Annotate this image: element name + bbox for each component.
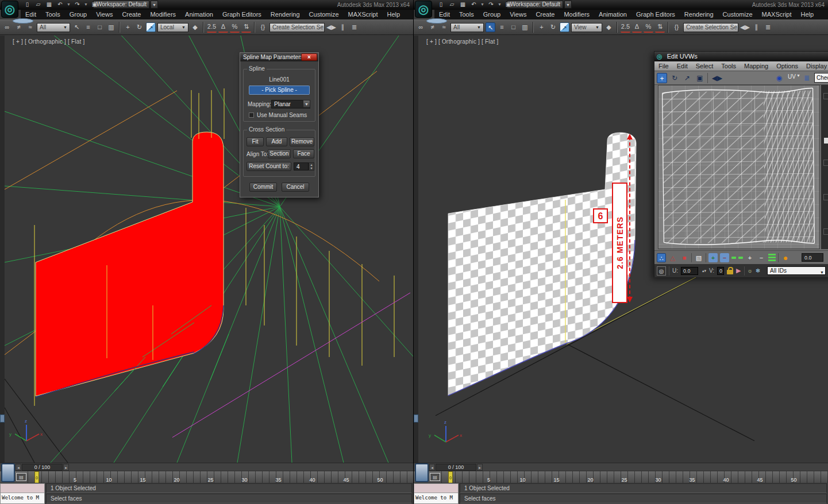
redo-caret-icon[interactable]: ▼ [84,1,88,9]
options-list-icon[interactable]: ≣ [802,73,812,83]
uv-rotate-icon[interactable]: ↻ [669,73,680,83]
coordinate-system-dropdown[interactable]: View ▼ [571,23,602,32]
v-value-field[interactable]: 0 [717,267,724,275]
layer-manager-icon[interactable]: ≣ [349,22,359,32]
select-by-name-icon[interactable]: ≡ [83,22,93,32]
snap-toggle-icon[interactable]: 2.5 [207,22,217,33]
bind-spacewarp-icon[interactable]: ≈ [439,22,449,32]
percent-snap-icon[interactable]: % [230,22,240,33]
cancel-button[interactable]: Cancel [282,183,309,192]
u-value-field[interactable]: 0.0 [681,267,698,275]
pan-arrow-icon[interactable]: ▶ [736,267,741,274]
reset-count-spinner[interactable]: ▴▾ [309,162,314,170]
time-slider-handle[interactable]: 0 [34,471,39,483]
percent-snap-icon[interactable]: % [644,22,653,33]
absolute-mode-icon[interactable]: ◎ [657,266,666,276]
shrink-loop-icon[interactable]: − [757,253,766,262]
select-manipulate-icon[interactable]: ◆ [190,22,200,32]
uvw-menu-item[interactable]: Display [802,61,828,71]
red-surface[interactable] [36,132,224,396]
undo-icon[interactable]: ↶ [469,1,478,9]
undo-caret-icon[interactable]: ▼ [67,1,71,9]
loop-icon[interactable] [731,257,736,259]
select-manipulate-icon[interactable]: ◆ [604,22,614,32]
element-mode-icon[interactable]: ▧ [694,253,703,262]
menu-item[interactable]: Tools [41,10,65,20]
title-bar[interactable]: ▯ ▱ ▦ ↶ ▼ ↷ ▼ ▣ Workspace: Default ▼ Aut… [0,0,413,10]
material-id-dropdown[interactable]: All IDs ▼ [767,266,826,275]
select-move-icon[interactable]: + [537,22,546,32]
commit-button[interactable]: Commit [249,183,277,192]
time-slider-handle[interactable]: 0 [448,471,453,483]
remove-button[interactable]: Remove [290,137,314,146]
select-scale-icon[interactable]: ↗ [146,22,156,32]
new-icon[interactable]: ▯ [23,1,32,9]
current-frame-field[interactable]: 0 / 100 [436,464,476,471]
workspace-caret-icon[interactable]: ▼ [151,1,158,9]
freeze-icon[interactable]: ❄ [756,267,760,274]
track-view-icon[interactable]: ▤ [430,473,440,481]
uv-freeform-icon[interactable]: ▣ [695,73,705,83]
link-icon[interactable]: ∞ [416,22,426,32]
grow-selection-icon[interactable]: + [708,253,718,262]
mapping-caret-icon[interactable]: ▼ [303,100,310,108]
previous-frame-icon[interactable]: ◂ [16,464,21,471]
select-by-name-icon[interactable]: ≡ [497,22,507,32]
redo-icon[interactable]: ↷ [73,1,82,9]
next-frame-icon[interactable]: ▸ [477,464,483,471]
menu-item[interactable]: Create [531,10,559,20]
align-icon[interactable]: ∥ [752,22,761,32]
edge-mode-icon[interactable]: △ [668,253,677,262]
spinner-snap-icon[interactable]: ⇅ [655,22,665,33]
panel-swatch[interactable] [824,138,828,144]
previous-frame-icon[interactable]: ◂ [429,464,435,471]
menu-item[interactable]: Animation [180,10,218,20]
panel-button[interactable] [823,228,828,235]
menu-item[interactable]: Group [65,10,92,20]
reset-count-field[interactable]: 4 [294,162,309,170]
section-button[interactable]: Section [268,149,291,158]
macro-recorder-row[interactable] [1,484,44,493]
menu-item[interactable]: MAXScript [344,10,383,20]
select-object-icon[interactable]: ↖ [72,22,82,32]
menu-item[interactable]: Modifiers [559,10,594,20]
uv-canvas[interactable] [658,85,820,249]
panel-button[interactable] [823,93,828,99]
named-selection-sets-icon[interactable]: {} [672,22,681,32]
workspace-dropdown[interactable]: Workspace: Default [93,1,149,9]
rectangular-region-icon[interactable]: □ [95,22,105,32]
project-folder-icon[interactable]: ▣ [504,1,513,9]
menu-item[interactable]: Help [383,10,405,20]
viewport-label[interactable]: [ + ] [ Orthographic ] [ Flat ] [13,38,84,45]
uvw-menu-item[interactable]: Tools [717,61,740,71]
soft-selection-icon[interactable]: ● [781,253,790,262]
track-view-icon[interactable]: ▤ [16,473,26,481]
uvw-menu-item[interactable]: Mapping [740,61,772,71]
mini-curve-editor-button[interactable] [1,463,15,482]
show-map-icon[interactable]: ◉ [774,73,784,83]
unlink-icon[interactable]: ≠ [428,22,437,32]
menu-item[interactable]: Group [479,10,506,20]
bind-spacewarp-icon[interactable]: ≈ [25,22,35,32]
ring-icon[interactable] [738,257,743,259]
uv-caret-icon[interactable]: ▼ [796,73,800,77]
snap-toggle-icon[interactable]: 2.5 [621,22,630,33]
uv-space-label[interactable]: UV [788,73,796,80]
menu-item[interactable]: Rendering [680,10,718,20]
maxscript-mini-listener[interactable]: Welcome to M [0,483,45,504]
listener-text[interactable]: Welcome to M [1,493,44,503]
track-bar[interactable]: ▤ 5101520253035404550 0 [0,471,413,483]
face-button[interactable]: Face [293,149,314,158]
uvw-menu-item[interactable]: Select [692,61,718,71]
menu-item[interactable]: Animation [594,10,631,20]
uvw-menu-item[interactable]: Edit [673,61,692,71]
shrink-selection-icon[interactable]: − [720,253,729,262]
viewport-strip-button[interactable] [0,414,5,422]
menu-item[interactable]: MAXScript [757,10,796,20]
align-icon[interactable]: ∥ [338,22,348,32]
grow-loop-icon[interactable]: + [745,253,754,262]
selection-set-dropdown[interactable]: Create Selection Se ▼ [683,23,738,32]
unlink-icon[interactable]: ≠ [14,22,24,32]
rectangular-region-icon[interactable]: □ [509,22,518,32]
max-logo[interactable]: ◎ [415,1,432,18]
